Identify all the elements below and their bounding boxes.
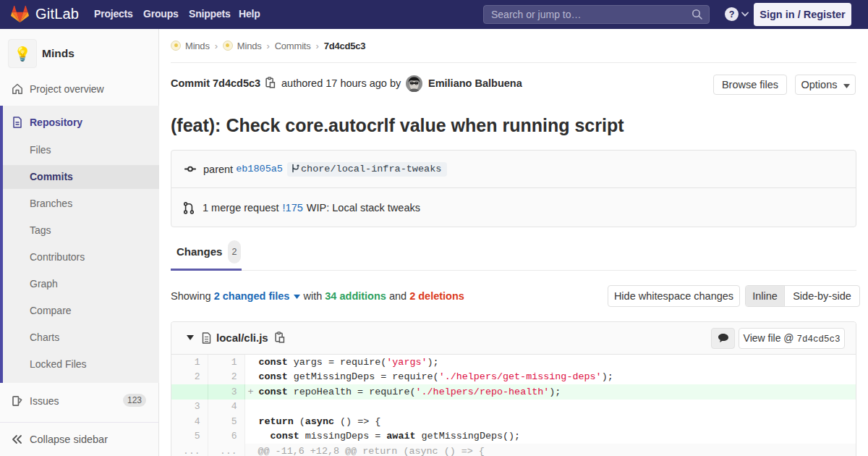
svg-text:?: ? [729, 9, 735, 20]
